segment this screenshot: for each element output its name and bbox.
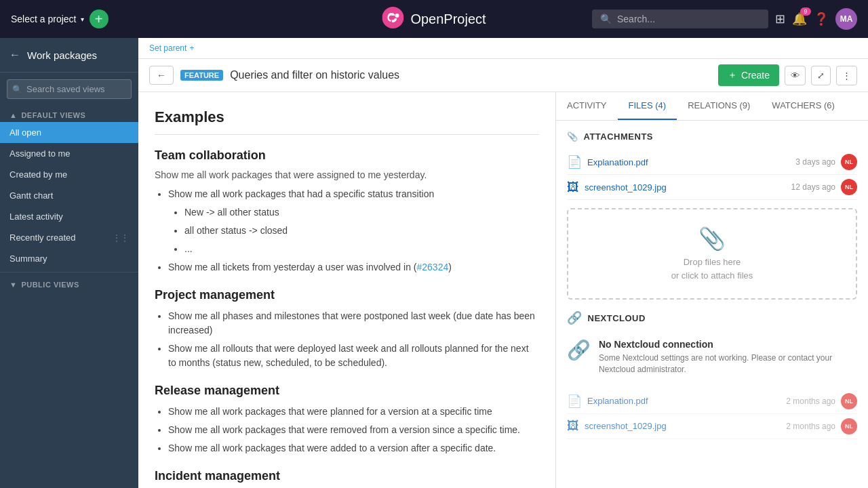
preview-button[interactable]: 👁 xyxy=(785,66,806,85)
svg-point-0 xyxy=(382,7,403,28)
nc-file-date-1: 2 months ago xyxy=(786,422,835,431)
user-avatar[interactable]: MA xyxy=(835,8,857,30)
plus-icon: ＋ xyxy=(728,69,737,81)
content-heading: Examples xyxy=(155,108,539,135)
sidebar-search-input[interactable] xyxy=(7,79,132,99)
fullscreen-button[interactable]: ⤢ xyxy=(811,66,831,85)
sidebar-item-created-by-me[interactable]: Created by me xyxy=(0,164,138,185)
pdf-icon: 📄 xyxy=(567,155,582,169)
topbar-center: OpenProject xyxy=(382,7,486,32)
nc-file-right: 2 months ago NL xyxy=(786,418,857,434)
panel-tabs: ACTIVITY FILES (4) RELATIONS (9) WATCHER… xyxy=(556,92,868,121)
sidebar-back-icon[interactable]: ← xyxy=(9,49,20,61)
sidebar-search-wrap: 🔍 xyxy=(7,79,132,99)
attachments-label: ATTACHMENTS xyxy=(584,131,654,142)
sidebar-item-recently-created[interactable]: Recently created ⋮⋮ xyxy=(0,227,138,248)
drag-handle: ⋮⋮ xyxy=(113,233,129,243)
nextcloud-icon: 🔗 xyxy=(567,310,583,325)
tab-watchers[interactable]: WATCHERS (6) xyxy=(761,92,845,120)
nc-file-right: 2 months ago NL xyxy=(786,393,857,409)
nextcloud-label: NEXTCLOUD xyxy=(588,313,646,323)
app-logo-icon xyxy=(382,7,403,32)
content-area: Set parent + ← FEATURE Queries and filte… xyxy=(138,38,868,488)
attachment-row-0: 📄 Explanation.pdf 3 days ago NL xyxy=(567,150,857,175)
add-project-button[interactable]: + xyxy=(90,9,108,28)
section-release-mgmt: Release management xyxy=(155,384,539,398)
help-icon[interactable]: ❓ xyxy=(814,12,829,26)
sidebar-divider xyxy=(0,272,138,272)
wp-toolbar-right: ＋ Create 👁 ⤢ ⋮ xyxy=(718,64,857,86)
panel-content: 📎 ATTACHMENTS 📄 Explanation.pdf 3 days a… xyxy=(556,121,868,488)
sidebar-item-latest-activity[interactable]: Latest activity xyxy=(0,206,138,227)
nextcloud-error-text: Some Nextcloud settings are not working.… xyxy=(599,352,857,375)
sidebar-item-all-open[interactable]: All open xyxy=(0,122,138,143)
sidebar-header: ← Work packages xyxy=(0,38,138,73)
section-team-collab: Team collaboration xyxy=(155,148,539,163)
nextcloud-error-row: 🔗 No Nextcloud connection Some Nextcloud… xyxy=(567,333,857,381)
issue-link[interactable]: #26324 xyxy=(416,262,448,272)
project-select[interactable]: Select a project ▾ xyxy=(11,14,84,24)
team-collab-list: Show me all work packages that had a spe… xyxy=(155,187,539,274)
list-item: Show me all work packages that were remo… xyxy=(168,423,539,437)
back-button[interactable]: ← xyxy=(149,66,174,85)
right-panel: ACTIVITY FILES (4) RELATIONS (9) WATCHER… xyxy=(556,92,868,488)
image-icon: 🖼 xyxy=(567,419,579,433)
split-pane: Examples Team collaboration Show me all … xyxy=(138,92,868,488)
tab-relations[interactable]: RELATIONS (9) xyxy=(677,92,761,120)
work-package-title: Queries and filter on historic values xyxy=(230,69,399,81)
list-item: Show me all work packages that were plan… xyxy=(168,405,539,419)
search-input[interactable] xyxy=(617,14,760,24)
sidebar-item-summary[interactable]: Summary xyxy=(0,248,138,269)
sidebar-item-label: Created by me xyxy=(9,169,67,180)
main-content: Examples Team collaboration Show me all … xyxy=(138,92,556,488)
topbar-right: 🔍 ⊞ 🔔 9 ❓ MA xyxy=(592,8,857,30)
grid-icon[interactable]: ⊞ xyxy=(775,12,785,26)
nc-file-name-1[interactable]: screenshot_1029.jpg xyxy=(585,421,667,431)
paperclip-icon: 📎 xyxy=(567,131,578,142)
attachment-date-1: 12 days ago xyxy=(791,182,835,192)
list-item: Show me all work packages that were adde… xyxy=(168,441,539,455)
collapse-icon: ▲ xyxy=(9,111,17,119)
section-project-mgmt: Project management xyxy=(155,288,539,302)
sidebar-item-label: Latest activity xyxy=(9,211,63,222)
sidebar-search-icon: 🔍 xyxy=(12,85,22,94)
create-button[interactable]: ＋ Create xyxy=(718,64,779,86)
plus-icon: + xyxy=(189,43,194,53)
attachment-left: 📄 Explanation.pdf xyxy=(567,155,648,169)
default-views-section[interactable]: ▲ DEFAULT VIEWS xyxy=(0,106,138,122)
sidebar: ← Work packages 🔍 ▲ DEFAULT VIEWS All op… xyxy=(0,38,138,488)
nc-file-row-0: 📄 Explanation.pdf 2 months ago NL xyxy=(567,389,857,414)
list-item: Show me all work packages that had a spe… xyxy=(168,187,539,201)
project-mgmt-list: Show me all phases and milestones that w… xyxy=(155,309,539,370)
sidebar-item-gantt-chart[interactable]: Gantt chart xyxy=(0,185,138,206)
more-button[interactable]: ⋮ xyxy=(836,66,857,85)
file-drop-zone[interactable]: 📎 Drop files here or click to attach fil… xyxy=(567,208,857,300)
notifications-icon[interactable]: 🔔 9 xyxy=(792,12,807,26)
wp-toolbar: ← FEATURE Queries and filter on historic… xyxy=(138,59,868,92)
public-views-section[interactable]: ▼ PUBLIC VIEWS xyxy=(0,275,138,291)
tab-activity[interactable]: ACTIVITY xyxy=(556,92,618,120)
sidebar-search-container: 🔍 xyxy=(0,73,138,106)
nc-file-avatar-0: NL xyxy=(841,393,857,409)
attachment-left: 🖼 screenshot_1029.jpg xyxy=(567,180,667,195)
tab-files[interactable]: FILES (4) xyxy=(618,92,677,120)
nc-file-avatar-1: NL xyxy=(841,418,857,434)
drop-zone-line2: or click to attach files xyxy=(585,269,840,283)
nextcloud-error-title: No Nextcloud connection xyxy=(599,339,857,350)
attachments-section-title: 📎 ATTACHMENTS xyxy=(567,131,857,142)
collapse-icon: ▼ xyxy=(9,281,17,289)
nc-file-name-0[interactable]: Explanation.pdf xyxy=(587,396,648,406)
section-incident-mgmt: Incident management xyxy=(155,469,539,483)
attachment-right: 3 days ago NL xyxy=(795,154,857,170)
app-name-label: OpenProject xyxy=(410,12,486,27)
global-search-bar[interactable]: 🔍 xyxy=(592,9,768,28)
attachment-name-0[interactable]: Explanation.pdf xyxy=(587,157,648,167)
broken-link-icon: 🔗 xyxy=(567,339,591,361)
search-icon: 🔍 xyxy=(600,14,612,24)
sidebar-item-assigned-to-me[interactable]: Assigned to me xyxy=(0,143,138,164)
wp-header: Set parent + xyxy=(138,38,868,59)
attachment-name-1[interactable]: screenshot_1029.jpg xyxy=(585,182,667,192)
set-parent-link[interactable]: Set parent + xyxy=(149,43,194,53)
sidebar-section-label: Work packages xyxy=(27,49,97,61)
feature-badge: FEATURE xyxy=(180,70,223,81)
